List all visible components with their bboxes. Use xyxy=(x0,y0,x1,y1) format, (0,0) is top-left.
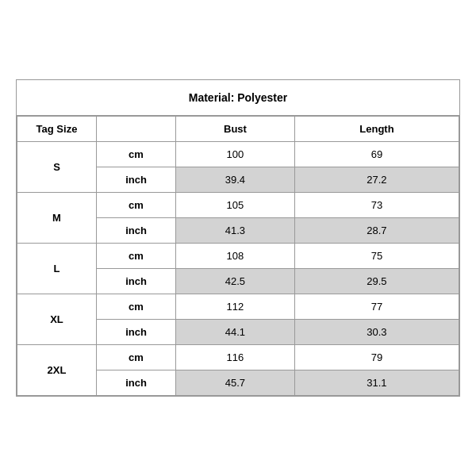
header-bust: Bust xyxy=(176,117,295,142)
header-empty xyxy=(97,117,176,142)
table-row: Scm10069 xyxy=(17,142,459,167)
unit-cm: cm xyxy=(97,345,176,370)
bust-cm: 100 xyxy=(176,142,295,167)
bust-inch: 39.4 xyxy=(176,167,295,193)
bust-inch: 44.1 xyxy=(176,320,295,345)
unit-cm: cm xyxy=(97,193,176,218)
header-length: Length xyxy=(294,117,459,142)
size-label: L xyxy=(17,244,97,294)
bust-cm: 112 xyxy=(176,294,295,320)
length-cm: 77 xyxy=(294,294,459,320)
size-label: M xyxy=(17,193,97,244)
length-cm: 73 xyxy=(294,193,459,218)
table-row: XLcm11277 xyxy=(17,294,459,320)
unit-inch: inch xyxy=(97,370,176,396)
table-row: 2XLcm11679 xyxy=(17,345,459,370)
length-inch: 30.3 xyxy=(294,320,459,345)
bust-cm: 116 xyxy=(176,345,295,370)
size-table: Tag Size Bust Length Scm10069inch39.427.… xyxy=(17,116,459,396)
unit-cm: cm xyxy=(97,142,176,167)
size-label: 2XL xyxy=(17,345,97,396)
table-row: Lcm10875 xyxy=(17,244,459,269)
unit-cm: cm xyxy=(97,244,176,269)
table-row: Mcm10573 xyxy=(17,193,459,218)
unit-inch: inch xyxy=(97,218,176,244)
bust-cm: 105 xyxy=(176,193,295,218)
unit-inch: inch xyxy=(97,269,176,294)
length-inch: 28.7 xyxy=(294,218,459,244)
length-inch: 29.5 xyxy=(294,269,459,294)
size-label: S xyxy=(17,142,97,193)
bust-inch: 45.7 xyxy=(176,370,295,396)
header-tag-size: Tag Size xyxy=(17,117,97,142)
bust-inch: 42.5 xyxy=(176,269,295,294)
length-inch: 31.1 xyxy=(294,370,459,396)
chart-title: Material: Polyester xyxy=(17,80,459,116)
table-header-row: Tag Size Bust Length xyxy=(17,117,459,142)
size-label: XL xyxy=(17,294,97,345)
unit-inch: inch xyxy=(97,320,176,345)
length-cm: 79 xyxy=(294,345,459,370)
length-cm: 69 xyxy=(294,142,459,167)
size-chart-container: Material: Polyester Tag Size Bust Length… xyxy=(16,79,460,397)
bust-cm: 108 xyxy=(176,244,295,269)
unit-inch: inch xyxy=(97,167,176,193)
length-inch: 27.2 xyxy=(294,167,459,193)
bust-inch: 41.3 xyxy=(176,218,295,244)
length-cm: 75 xyxy=(294,244,459,269)
unit-cm: cm xyxy=(97,294,176,320)
